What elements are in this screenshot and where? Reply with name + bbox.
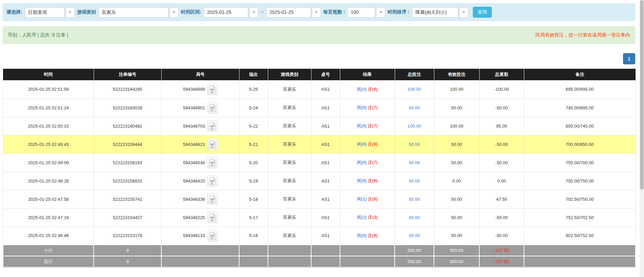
video-record-button[interactable] <box>207 102 217 113</box>
cell-table-no: AS1 <box>311 135 340 153</box>
round-id-value: 594348420 <box>183 178 205 184</box>
cell-remark: 752.50/702.50 <box>524 208 636 227</box>
date-end-dropdown-button[interactable] <box>312 7 321 18</box>
valid-bet-note: 同局有效投注，统一计算在该局第一张注单内 <box>535 32 630 38</box>
table-row[interactable]: 2025-01-25 02:51:24 522223163028 5943489… <box>3 99 636 117</box>
summary-bar: 币别：人民币 | 总共 :9 注单 | 同局有效投注，统一计算在该局第一张注单内 <box>3 26 635 44</box>
cell-game-type: 百家乐 <box>268 227 311 245</box>
video-record-icon <box>209 104 216 112</box>
date-start-value[interactable]: 2025-01-25 <box>204 7 248 18</box>
vertical-scrollbar[interactable] <box>640 0 644 277</box>
video-record-button[interactable] <box>207 230 217 241</box>
result-player: 闲(8) <box>357 233 367 238</box>
chevron-down-icon <box>253 12 255 13</box>
cell-time: 2025-01-25 02:51:24 <box>3 99 94 117</box>
cell-remark: 750.00/750.00 <box>524 172 636 190</box>
query-type-dropdown-button[interactable] <box>66 7 75 18</box>
total-bet-link[interactable]: 50.00 <box>409 178 420 184</box>
time-sort-dropdown-button[interactable] <box>459 7 468 18</box>
video-record-button[interactable] <box>207 138 217 150</box>
cell-game-type: 百家乐 <box>268 153 311 172</box>
game-category-select[interactable]: 百家乐 <box>98 7 179 18</box>
cell-time: 2025-01-25 02:47:19 <box>3 208 94 227</box>
cell-payout: 95.00 <box>479 117 524 135</box>
cell-table-no: AS1 <box>311 80 340 99</box>
date-start-dropdown-button[interactable] <box>249 7 258 18</box>
table-row[interactable]: 2025-01-25 02:48:28 522223156833 5943484… <box>3 172 636 190</box>
video-record-icon <box>209 232 216 240</box>
date-start-select[interactable]: 2025-01-25 <box>204 7 258 18</box>
game-category-value[interactable]: 百家乐 <box>98 7 168 18</box>
page-size-select[interactable]: 100 <box>347 7 385 18</box>
table-row[interactable]: 2025-01-25 02:51:59 522223164285 5943489… <box>3 80 636 99</box>
cell-result: 闲(1) 庄(8) <box>340 190 395 208</box>
table-row[interactable]: 2025-01-25 02:46:46 522223153176 5943481… <box>3 227 636 245</box>
video-record-icon <box>209 195 216 203</box>
cell-total-bet: 50.00 <box>395 190 434 208</box>
result-banker: 庄(8) <box>368 142 378 147</box>
cell-result: 闲(6) 庄(6) <box>340 172 395 190</box>
video-record-button[interactable] <box>207 157 217 168</box>
query-type-select[interactable]: 日期查询 <box>25 7 75 18</box>
total-bet-link[interactable]: 100.00 <box>408 87 421 92</box>
search-button[interactable]: 查询 <box>473 7 492 18</box>
cell-time: 2025-01-25 02:47:58 <box>3 190 94 208</box>
cell-remark: 702.50/750.00 <box>524 190 636 208</box>
total-bet-link[interactable]: 100.00 <box>408 124 421 129</box>
query-type-value[interactable]: 日期查询 <box>25 7 65 18</box>
total-bet-link[interactable]: 50.00 <box>409 197 420 202</box>
table-row[interactable]: 2025-01-25 02:49:43 522223159444 5943486… <box>3 135 636 153</box>
video-record-icon <box>209 177 216 185</box>
total-bet-link[interactable]: 50.00 <box>409 215 420 220</box>
cell-payout: 47.50 <box>479 190 524 208</box>
date-end-value[interactable]: 2025-01-25 <box>266 7 311 18</box>
total-bet-link[interactable]: 50.00 <box>409 105 420 110</box>
header-table-no: 桌号 <box>311 69 340 80</box>
cell-total-bet: 50.00 <box>395 227 434 245</box>
cell-valid-bet: 100.00 <box>434 80 479 99</box>
cell-table-no: AS1 <box>311 99 340 117</box>
date-end-select[interactable]: 2025-01-25 <box>266 7 321 18</box>
cell-payout: -50.00 <box>479 135 524 153</box>
cell-valid-bet: 50.00 <box>434 208 479 227</box>
result-player: 闲(2) <box>357 215 367 220</box>
time-sort-value[interactable]: 降幂(由大到小) <box>412 7 458 18</box>
total-bet-link[interactable]: 50.00 <box>409 233 420 238</box>
cell-payout: -50.00 <box>479 208 524 227</box>
table-summary: 小计 9 550.00 500.00 -207.50 总计 9 <box>3 245 636 267</box>
cell-game-type: 百家乐 <box>268 135 311 153</box>
video-record-button[interactable] <box>207 175 217 187</box>
page-1-button[interactable]: 1 <box>623 53 635 64</box>
total-total-bet: 550.00 <box>395 256 434 267</box>
cell-table-no: AS1 <box>311 208 340 227</box>
cell-bet-id: 522223153176 <box>94 227 161 245</box>
total-bet-link[interactable]: 50.00 <box>409 160 420 165</box>
page-size-value[interactable]: 100 <box>347 7 375 18</box>
scrollbar-thumb[interactable] <box>640 0 644 190</box>
table-row[interactable]: 2025-01-25 02:49:09 522223158193 5943485… <box>3 153 636 172</box>
round-id-value: 594348623 <box>183 142 205 147</box>
page-size-dropdown-button[interactable] <box>376 7 385 18</box>
cell-total-bet: 100.00 <box>395 117 434 135</box>
header-round-id: 局号 <box>161 69 239 80</box>
round-id-value: 594348534 <box>183 160 205 165</box>
cell-valid-bet: 100.00 <box>434 117 479 135</box>
video-record-button[interactable] <box>207 84 217 95</box>
chevron-down-icon <box>69 12 71 13</box>
table-row[interactable]: 2025-01-25 02:47:58 522223155741 5943483… <box>3 190 636 208</box>
video-record-button[interactable] <box>207 212 217 223</box>
result-player: 闲(6) <box>357 123 367 128</box>
video-record-button[interactable] <box>207 120 217 132</box>
video-record-button[interactable] <box>207 193 217 205</box>
cell-game-type: 百家乐 <box>268 190 311 208</box>
table-row[interactable]: 2025-01-25 02:47:19 522223154427 5943482… <box>3 208 636 227</box>
cell-remark: 745.00/695.00 <box>524 99 636 117</box>
cell-remark: 695.00/595.00 <box>524 80 636 99</box>
cell-game-type: 百家乐 <box>268 80 311 99</box>
game-category-dropdown-button[interactable] <box>169 7 179 18</box>
total-label: 总计 <box>3 256 94 267</box>
table-row[interactable]: 2025-01-25 02:50:10 522223160482 5943487… <box>3 117 636 135</box>
cell-bet-id: 522223160482 <box>94 117 161 135</box>
time-sort-select[interactable]: 降幂(由大到小) <box>412 7 468 18</box>
total-bet-link[interactable]: 50.00 <box>409 142 420 147</box>
